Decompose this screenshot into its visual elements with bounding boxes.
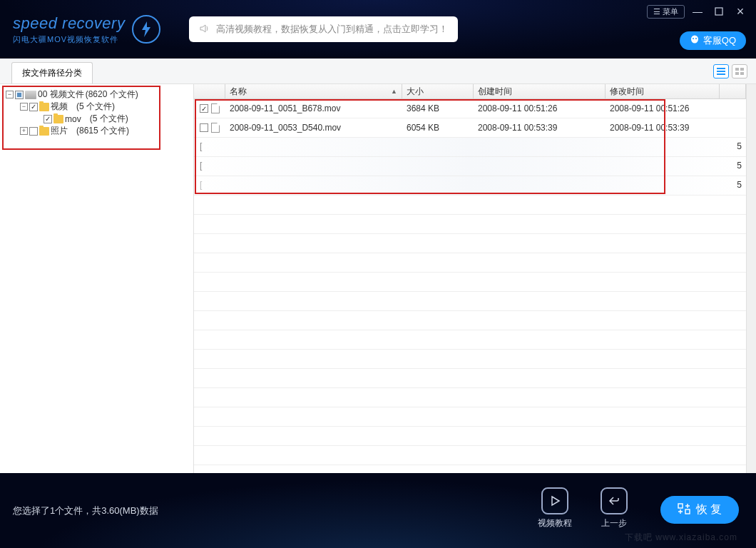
svg-marker-11 bbox=[552, 497, 559, 505]
recover-button[interactable]: 恢 复 bbox=[660, 496, 739, 524]
folder-icon bbox=[39, 127, 49, 136]
footer-actions: 视频教程 上一步 bbox=[538, 487, 628, 529]
tree-node-video[interactable]: − 视频 (5 个文件) bbox=[6, 101, 188, 113]
svg-rect-9 bbox=[735, 72, 739, 75]
checkbox[interactable] bbox=[44, 115, 52, 123]
checkbox[interactable] bbox=[15, 91, 24, 99]
blurred-row: [5 bbox=[194, 176, 746, 196]
cell-ctime: 2008-09-11 00:53:39 bbox=[474, 123, 606, 133]
blurred-row: [5 bbox=[194, 138, 746, 157]
svg-rect-8 bbox=[740, 68, 744, 71]
cell-size: 6054 KB bbox=[402, 123, 474, 133]
checkbox[interactable] bbox=[200, 104, 208, 113]
folder-icon bbox=[39, 103, 49, 111]
svg-rect-12 bbox=[678, 504, 683, 508]
promo-text: 高清视频教程，数据恢复从入门到精通，点击立即学习！ bbox=[216, 23, 448, 36]
checkbox[interactable] bbox=[29, 127, 38, 136]
hamburger-icon: ☰ bbox=[653, 7, 660, 16]
watermark: 下载吧 www.xiazaiba.com bbox=[625, 532, 737, 544]
cell-mtime: 2008-09-11 00:51:26 bbox=[606, 103, 720, 113]
col-spacer bbox=[720, 84, 746, 98]
tree-node-mov[interactable]: mov (5 个文件) bbox=[6, 113, 188, 125]
blurred-row: [5 bbox=[194, 157, 746, 176]
cell-name: 2008-09-11_0051_B678.mov bbox=[225, 103, 402, 113]
svg-point-2 bbox=[693, 38, 694, 39]
svg-rect-6 bbox=[717, 73, 725, 75]
recover-icon bbox=[678, 503, 690, 517]
checkbox[interactable] bbox=[200, 123, 208, 132]
promo-banner[interactable]: 高清视频教程，数据恢复从入门到精通，点击立即学习！ bbox=[189, 16, 458, 42]
main-content: − 00 视频文件 (8620 个文件) − 视频 (5 个文件) mov (5… bbox=[0, 84, 756, 473]
list-view-button[interactable] bbox=[713, 64, 729, 78]
table-row[interactable]: 2008-09-11_0053_D540.mov 6054 KB 2008-09… bbox=[194, 118, 746, 138]
file-list-panel: 名称 ▲ 大小 创建时间 修改时间 2008-09-11_0051_B678.m… bbox=[194, 84, 746, 473]
col-size[interactable]: 大小 bbox=[402, 84, 474, 98]
col-ctime[interactable]: 创建时间 bbox=[474, 84, 606, 98]
vertical-scrollbar[interactable] bbox=[746, 84, 756, 473]
col-mtime[interactable]: 修改时间 bbox=[606, 84, 720, 98]
logo-area: speed recovery 闪电大疆MOV视频恢复软件 bbox=[0, 14, 160, 45]
checkbox[interactable] bbox=[29, 103, 38, 111]
window-controls: ☰ 菜单 — × bbox=[647, 4, 749, 19]
collapse-icon[interactable]: − bbox=[6, 91, 14, 98]
expand-icon[interactable]: + bbox=[20, 127, 28, 135]
bolt-icon bbox=[132, 15, 160, 44]
svg-rect-13 bbox=[685, 509, 690, 514]
speaker-icon bbox=[199, 23, 210, 36]
col-name[interactable]: 名称 ▲ bbox=[225, 84, 402, 98]
table-body: 2008-09-11_0051_B678.mov 3684 KB 2008-09… bbox=[194, 99, 746, 465]
drive-icon bbox=[25, 91, 36, 99]
tab-by-path[interactable]: 按文件路径分类 bbox=[11, 62, 93, 83]
app-header: speed recovery 闪电大疆MOV视频恢复软件 高清视频教程，数据恢复… bbox=[0, 0, 756, 59]
svg-point-1 bbox=[691, 35, 698, 43]
back-icon bbox=[601, 487, 628, 514]
toolbar: 按文件路径分类 bbox=[0, 59, 756, 84]
file-icon bbox=[211, 123, 220, 133]
svg-rect-7 bbox=[735, 68, 739, 71]
previous-button[interactable]: 上一步 bbox=[601, 487, 628, 529]
maximize-button[interactable] bbox=[710, 4, 727, 19]
menu-button[interactable]: ☰ 菜单 bbox=[647, 5, 685, 19]
logo-title: speed recovery bbox=[13, 14, 125, 33]
svg-rect-10 bbox=[740, 72, 744, 75]
folder-icon bbox=[53, 115, 63, 123]
sort-asc-icon: ▲ bbox=[391, 88, 397, 95]
status-text: 您选择了1个文件，共3.60(MB)数据 bbox=[0, 504, 158, 517]
svg-rect-4 bbox=[717, 68, 725, 69]
cell-name: 2008-09-11_0053_D540.mov bbox=[225, 123, 402, 133]
tree-node-photo[interactable]: + 照片 (8615 个文件) bbox=[6, 125, 188, 137]
svg-point-3 bbox=[695, 38, 697, 39]
tree-root-node[interactable]: − 00 视频文件 (8620 个文件) bbox=[6, 88, 188, 101]
cell-mtime: 2008-09-11 00:53:39 bbox=[606, 123, 720, 133]
logo-subtitle: 闪电大疆MOV视频恢复软件 bbox=[13, 34, 125, 45]
empty-rows bbox=[194, 196, 746, 465]
video-tutorial-button[interactable]: 视频教程 bbox=[538, 487, 572, 529]
play-icon bbox=[541, 487, 568, 514]
svg-rect-5 bbox=[717, 71, 725, 72]
svg-rect-0 bbox=[715, 8, 722, 15]
qq-icon bbox=[690, 35, 700, 47]
collapse-icon[interactable]: − bbox=[20, 103, 28, 111]
tree-panel: − 00 视频文件 (8620 个文件) − 视频 (5 个文件) mov (5… bbox=[0, 84, 194, 473]
view-toggle-group bbox=[713, 64, 747, 78]
minimize-button[interactable]: — bbox=[689, 4, 706, 19]
grid-view-button[interactable] bbox=[732, 64, 747, 78]
footer: 您选择了1个文件，共3.60(MB)数据 视频教程 上一步 恢 复 下载吧 ww… bbox=[0, 473, 756, 548]
col-checkbox[interactable] bbox=[194, 84, 225, 98]
table-row[interactable]: 2008-09-11_0051_B678.mov 3684 KB 2008-09… bbox=[194, 99, 746, 118]
qq-support-button[interactable]: 客服QQ bbox=[680, 31, 746, 50]
file-icon bbox=[211, 103, 220, 113]
table-header: 名称 ▲ 大小 创建时间 修改时间 bbox=[194, 84, 746, 99]
cell-ctime: 2008-09-11 00:51:26 bbox=[474, 103, 606, 113]
cell-size: 3684 KB bbox=[402, 103, 474, 113]
close-button[interactable]: × bbox=[732, 4, 749, 19]
